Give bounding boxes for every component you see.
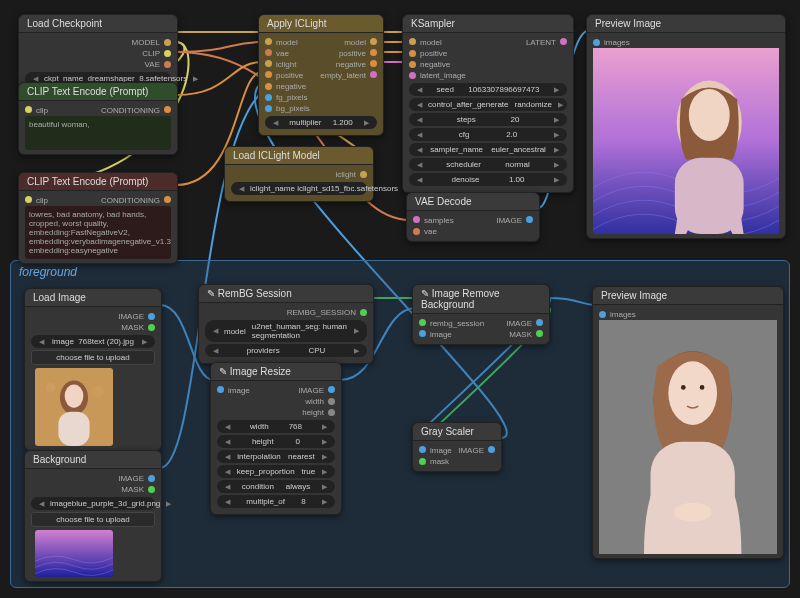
node-header[interactable]: Load Image: [25, 289, 161, 307]
port-in[interactable]: [409, 72, 416, 79]
node-header[interactable]: Gray Scaler: [413, 423, 501, 441]
node-background[interactable]: Background IMAGE MASK ◀imageblue_purple_…: [24, 450, 162, 582]
node-header[interactable]: Load Checkpoint: [19, 15, 177, 33]
widget-control_after_generate[interactable]: ◀control_after_generaterandomize▶: [409, 98, 567, 111]
node-gray-scaler[interactable]: Gray Scaler imageIMAGE mask: [412, 422, 502, 472]
port-out[interactable]: [328, 386, 335, 393]
multiplier-widget[interactable]: ◀multiplier1.200▶: [265, 116, 377, 129]
widget-condition[interactable]: ◀conditionalways▶: [217, 480, 335, 493]
node-image-resize[interactable]: ✎ Image Resize imageIMAGE width height ◀…: [210, 362, 342, 515]
port-out[interactable]: [370, 71, 377, 78]
port-out[interactable]: [370, 38, 377, 45]
port-out[interactable]: [360, 171, 367, 178]
port-clip-in[interactable]: [25, 196, 32, 203]
port-out[interactable]: [370, 60, 377, 67]
port-model-out[interactable]: [164, 39, 171, 46]
port-out[interactable]: [370, 49, 377, 56]
widget-keep_proportion[interactable]: ◀keep_proportiontrue▶: [217, 465, 335, 478]
port-in[interactable]: [593, 39, 600, 46]
node-header[interactable]: ✎ RemBG Session: [199, 285, 373, 303]
port-vae-out[interactable]: [164, 61, 171, 68]
port-out[interactable]: [488, 446, 495, 453]
widget-width[interactable]: ◀width768▶: [217, 420, 335, 433]
node-image-remove-background[interactable]: ✎ Image Remove Background rembg_sessionI…: [412, 284, 550, 345]
widget-interpolation[interactable]: ◀interpolationnearest▶: [217, 450, 335, 463]
port-in[interactable]: [413, 216, 420, 223]
node-clip-text-negative[interactable]: CLIP Text Encode (Prompt) clipCONDITIONI…: [18, 172, 178, 264]
port-out[interactable]: [148, 486, 155, 493]
port-in[interactable]: [409, 50, 416, 57]
choose-file-button[interactable]: choose file to upload: [31, 512, 155, 527]
widget-steps[interactable]: ◀steps20▶: [409, 113, 567, 126]
node-header[interactable]: Preview Image: [593, 287, 783, 305]
port-in[interactable]: [413, 228, 420, 235]
port-in[interactable]: [265, 94, 272, 101]
port-cond-out[interactable]: [164, 196, 171, 203]
out-label: MODEL: [132, 38, 160, 47]
node-vae-decode[interactable]: VAE Decode samplesIMAGE vae: [406, 192, 540, 242]
widget-seed[interactable]: ◀seed1063307896697473▶: [409, 83, 567, 96]
port-out[interactable]: [526, 216, 533, 223]
port-in[interactable]: [419, 446, 426, 453]
image-widget[interactable]: ◀imageblue_purple_3d_grid.png▶: [31, 497, 155, 510]
node-header[interactable]: Background: [25, 451, 161, 469]
port-in[interactable]: [265, 105, 272, 112]
widget-scheduler[interactable]: ◀schedulernormal▶: [409, 158, 567, 171]
node-load-image[interactable]: Load Image IMAGE MASK ◀image 768text (20…: [24, 288, 162, 451]
port-in[interactable]: [409, 38, 416, 45]
node-rembg-session[interactable]: ✎ RemBG Session REMBG_SESSION ◀modelu2ne…: [198, 284, 374, 364]
port-out[interactable]: [148, 475, 155, 482]
port-in[interactable]: [265, 71, 272, 78]
port-in[interactable]: [419, 458, 426, 465]
port-out[interactable]: [148, 324, 155, 331]
widget-denoise[interactable]: ◀denoise1.00▶: [409, 173, 567, 186]
port-in[interactable]: [265, 38, 272, 45]
choose-file-button[interactable]: choose file to upload: [31, 350, 155, 365]
port-clip-out[interactable]: [164, 50, 171, 57]
widget-model[interactable]: ◀modelu2net_human_seg: human segmentatio…: [205, 320, 367, 342]
port-out[interactable]: [536, 319, 543, 326]
widget-multiple_of[interactable]: ◀multiple_of8▶: [217, 495, 335, 508]
node-header[interactable]: ✎ Image Remove Background: [413, 285, 549, 314]
node-ksampler[interactable]: KSampler modelLATENT positive negative l…: [402, 14, 574, 193]
port-cond-out[interactable]: [164, 106, 171, 113]
node-apply-iclight[interactable]: Apply ICLight modelmodel vaepositive icl…: [258, 14, 384, 136]
widget-height[interactable]: ◀height0▶: [217, 435, 335, 448]
node-graph-canvas[interactable]: foreground Load Checkpoint MODEL CLIP VA…: [0, 0, 800, 598]
port-out[interactable]: [148, 313, 155, 320]
port-out[interactable]: [328, 409, 335, 416]
node-clip-text-positive[interactable]: CLIP Text Encode (Prompt) clipCONDITIONI…: [18, 82, 178, 155]
port-clip-in[interactable]: [25, 106, 32, 113]
port-in[interactable]: [409, 61, 416, 68]
port-out[interactable]: [360, 309, 367, 316]
node-load-checkpoint[interactable]: Load Checkpoint MODEL CLIP VAE ◀ckpt_nam…: [18, 14, 178, 92]
node-header[interactable]: CLIP Text Encode (Prompt): [19, 173, 177, 191]
widget-sampler_name[interactable]: ◀sampler_nameeuler_ancestral▶: [409, 143, 567, 156]
node-header[interactable]: Preview Image: [587, 15, 785, 33]
node-header[interactable]: KSampler: [403, 15, 573, 33]
port-in[interactable]: [599, 311, 606, 318]
port-in[interactable]: [217, 386, 224, 393]
prompt-textarea[interactable]: lowres, bad anatomy, bad hands, cropped,…: [25, 206, 171, 259]
port-in[interactable]: [419, 330, 426, 337]
port-out[interactable]: [536, 330, 543, 337]
port-in[interactable]: [419, 319, 426, 326]
node-header[interactable]: VAE Decode: [407, 193, 539, 211]
iclight-name-widget[interactable]: ◀iclight_name iclight_sd15_fbc.safetenso…: [231, 182, 367, 195]
node-header[interactable]: Load ICLight Model: [225, 147, 373, 165]
node-header[interactable]: Apply ICLight: [259, 15, 383, 33]
node-header[interactable]: ✎ Image Resize: [211, 363, 341, 381]
widget-providers[interactable]: ◀providersCPU▶: [205, 344, 367, 357]
image-widget[interactable]: ◀image 768text (20).jpg▶: [31, 335, 155, 348]
prompt-textarea[interactable]: beautiful woman,: [25, 116, 171, 150]
node-preview-image-top[interactable]: Preview Image images: [586, 14, 786, 239]
port-out[interactable]: [560, 38, 567, 45]
port-out[interactable]: [328, 398, 335, 405]
node-header[interactable]: CLIP Text Encode (Prompt): [19, 83, 177, 101]
port-in[interactable]: [265, 83, 272, 90]
node-load-iclight-model[interactable]: Load ICLight Model iclight ◀iclight_name…: [224, 146, 374, 202]
port-in[interactable]: [265, 49, 272, 56]
widget-cfg[interactable]: ◀cfg2.0▶: [409, 128, 567, 141]
node-preview-image-bottom[interactable]: Preview Image images: [592, 286, 784, 559]
port-in[interactable]: [265, 60, 272, 67]
